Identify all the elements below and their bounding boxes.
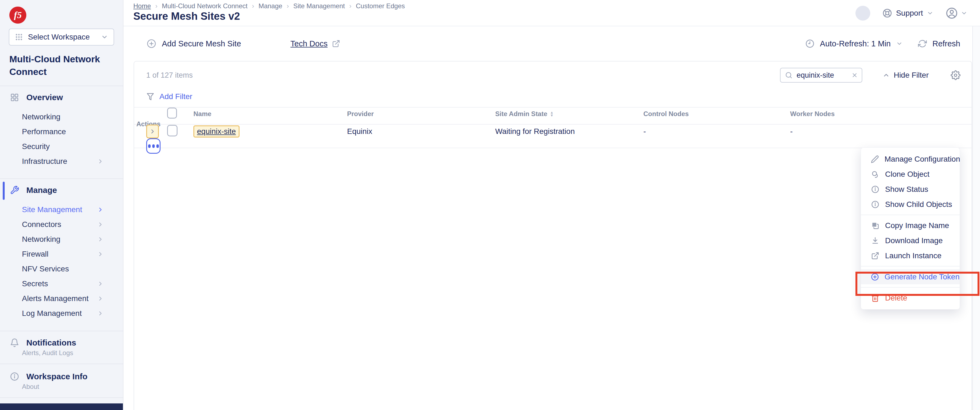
account-menu[interactable] (945, 7, 967, 19)
site-name-link[interactable]: equinix-site (193, 125, 240, 137)
chevron-right-icon (97, 251, 104, 257)
sidebar-item-manage-networking[interactable]: Networking (22, 235, 115, 244)
breadcrumb-item[interactable]: Multi-Cloud Network Connect (162, 2, 247, 10)
breadcrumb-item[interactable]: Customer Edges (356, 2, 405, 10)
row-actions-menu: Manage Configuration Clone Object Show S… (861, 147, 960, 309)
sort-icon[interactable]: ▲▼ (550, 111, 554, 117)
sidebar-item-firewall[interactable]: Firewall (22, 250, 115, 258)
wrench-icon (10, 185, 19, 195)
main-area: Home › Multi-Cloud Network Connect › Man… (124, 0, 980, 410)
sidebar-item-alerts-management[interactable]: Alerts Management (22, 294, 115, 303)
sidebar-item-performance[interactable]: Performance (22, 127, 115, 136)
sidebar-collapse-bar[interactable] (0, 404, 123, 410)
chevron-right-icon (97, 236, 104, 242)
sidebar-item-infrastructure[interactable]: Infrastructure (22, 157, 115, 166)
menu-item-launch-instance[interactable]: Launch Instance (861, 248, 960, 263)
menu-divider (861, 215, 960, 215)
breadcrumb-separator: › (349, 2, 352, 10)
sidebar-section-overview[interactable]: Overview (10, 93, 63, 102)
search-input[interactable] (796, 71, 848, 80)
sidebar-item-notifications[interactable]: Notifications (10, 338, 76, 348)
avatar[interactable] (856, 6, 870, 21)
table-row: equinix-site Equinix Waiting for Registr… (134, 124, 972, 148)
breadcrumb-separator: › (252, 2, 254, 10)
scrollbar-track[interactable] (972, 26, 980, 410)
sidebar-item-networking[interactable]: Networking (22, 113, 115, 121)
sidebar-section-manage[interactable]: Manage (10, 185, 57, 195)
download-icon (871, 236, 880, 245)
col-header-site-admin-state[interactable]: Site Admin State ▲▼ (495, 110, 643, 118)
menu-item-generate-node-token[interactable]: Generate Node Token (861, 269, 960, 284)
sidebar-item-security[interactable]: Security (22, 142, 115, 151)
tech-docs-link[interactable]: Tech Docs (291, 39, 340, 48)
menu-item-show-status[interactable]: Show Status (861, 182, 960, 197)
page-title: Secure Mesh Sites v2 (133, 10, 240, 22)
section-label: Notifications (26, 338, 76, 348)
add-filter-button[interactable]: Add Filter (146, 92, 192, 101)
row-actions-button[interactable] (146, 138, 161, 154)
gear-icon[interactable] (951, 70, 961, 80)
add-secure-mesh-site-button[interactable]: Add Secure Mesh Site (146, 39, 241, 49)
chevron-down-icon (961, 10, 967, 16)
chevron-right-icon (97, 310, 104, 317)
refresh-button[interactable]: Refresh (918, 39, 960, 48)
copy-icon (871, 222, 880, 230)
sidebar-item-connectors[interactable]: Connectors (22, 220, 115, 229)
breadcrumb-item[interactable]: Site Management (293, 2, 345, 10)
chevron-right-icon (97, 295, 104, 302)
chevron-right-icon (97, 158, 104, 165)
sidebar-item-workspace-info[interactable]: Workspace Info (10, 372, 88, 381)
notifications-subtitle: Alerts, Audit Logs (22, 349, 73, 357)
menu-divider (861, 287, 960, 287)
chevron-up-icon (883, 72, 890, 79)
cell-site-admin-state: Waiting for Registration (495, 127, 643, 136)
section-label: Manage (26, 185, 57, 195)
bell-icon (10, 338, 19, 348)
grid-icon (15, 33, 23, 41)
search-box[interactable] (780, 68, 862, 83)
clear-search-icon[interactable] (851, 72, 858, 78)
sidebar-item-log-management[interactable]: Log Management (22, 309, 115, 318)
divider (0, 179, 123, 179)
header-actions: Support (856, 0, 967, 26)
info-icon (871, 200, 880, 209)
external-link-icon (871, 252, 880, 260)
menu-item-clone-object[interactable]: Clone Object (861, 167, 960, 182)
support-label: Support (896, 9, 923, 18)
clock-icon (805, 39, 815, 48)
plus-circle-icon (871, 273, 879, 281)
workspace-selector[interactable]: Select Workspace (9, 29, 114, 46)
sidebar: f5 Select Workspace Multi-Cloud Network … (0, 0, 124, 410)
overview-icon (10, 93, 19, 102)
cell-worker-nodes: - (790, 127, 964, 136)
col-header-control-nodes[interactable]: Control Nodes (643, 110, 790, 118)
menu-item-download-image[interactable]: Download Image (861, 233, 960, 248)
menu-item-manage-configuration[interactable]: Manage Configuration (861, 152, 960, 167)
sidebar-item-secrets[interactable]: Secrets (22, 279, 115, 288)
hide-filter-button[interactable]: Hide Filter (883, 71, 929, 80)
col-header-name[interactable]: Name (193, 110, 347, 118)
menu-item-show-child-objects[interactable]: Show Child Objects (861, 197, 960, 212)
menu-item-delete[interactable]: Delete (861, 290, 960, 305)
breadcrumb-separator: › (155, 2, 158, 10)
sidebar-item-nfv-services[interactable]: NFV Services (22, 265, 115, 273)
chevron-right-icon (97, 206, 104, 213)
select-all-checkbox[interactable] (167, 108, 177, 118)
row-checkbox[interactable] (167, 125, 178, 136)
filter-bar: 1 of 127 items Hide Filter (134, 61, 972, 89)
active-section-bar (3, 182, 5, 200)
auto-refresh-dropdown[interactable]: Auto-Refresh: 1 Min (805, 39, 903, 48)
breadcrumb-item[interactable]: Manage (258, 2, 282, 10)
row-expand-button[interactable] (146, 124, 159, 138)
divider (0, 397, 123, 398)
table-header-row: Name Provider Site Admin State ▲▼ Contro… (134, 107, 972, 124)
support-menu[interactable]: Support (882, 8, 933, 18)
breadcrumb-home[interactable]: Home (133, 2, 151, 10)
breadcrumb: Home › Multi-Cloud Network Connect › Man… (133, 2, 405, 10)
section-label: Overview (26, 93, 63, 102)
menu-item-copy-image-name[interactable]: Copy Image Name (861, 218, 960, 233)
sidebar-item-site-management[interactable]: Site Management (22, 205, 115, 214)
col-header-worker-nodes[interactable]: Worker Nodes (790, 110, 964, 118)
menu-divider (861, 266, 960, 266)
col-header-provider[interactable]: Provider (347, 110, 495, 118)
